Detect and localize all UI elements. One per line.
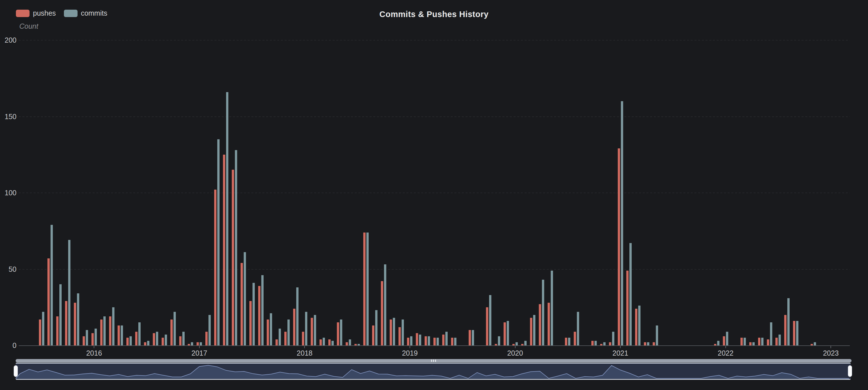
bar-pushes-2020-11[interactable] [600, 344, 602, 346]
datazoom-scrollbar[interactable] [16, 359, 851, 362]
legend-item-pushes[interactable]: pushes [16, 9, 56, 17]
bar-pushes-2018-11[interactable] [390, 320, 392, 346]
bar-commits-2016-11[interactable] [182, 332, 185, 346]
bar-pushes-2021-05[interactable] [653, 342, 655, 346]
bar-commits-2017-08[interactable] [261, 275, 264, 346]
bar-commits-2021-05[interactable] [656, 326, 658, 346]
bar-pushes-2018-07[interactable] [354, 344, 357, 346]
bar-pushes-2022-11[interactable] [811, 344, 813, 346]
bar-pushes-2015-10[interactable] [65, 301, 67, 346]
bar-commits-2019-06[interactable] [454, 338, 457, 346]
bar-commits-2020-04[interactable] [542, 280, 544, 346]
bar-commits-2016-09[interactable] [165, 335, 167, 346]
bar-commits-2019-11[interactable] [498, 336, 500, 346]
bar-commits-2019-02[interactable] [419, 335, 421, 346]
bar-commits-2022-09[interactable] [796, 321, 798, 346]
bar-pushes-2020-04[interactable] [539, 304, 541, 346]
bar-pushes-2022-03[interactable] [741, 338, 743, 346]
bar-commits-2016-06[interactable] [138, 322, 141, 346]
bar-pushes-2019-03[interactable] [425, 336, 427, 346]
bar-commits-2019-05[interactable] [445, 332, 447, 346]
bar-pushes-2018-03[interactable] [319, 339, 322, 346]
bar-pushes-2016-11[interactable] [179, 336, 182, 346]
bar-pushes-2015-12[interactable] [83, 336, 85, 346]
bar-pushes-2016-12[interactable] [188, 344, 190, 346]
bar-commits-2020-08[interactable] [577, 312, 579, 346]
bar-pushes-2020-12[interactable] [609, 342, 611, 346]
bar-pushes-2019-11[interactable] [495, 344, 497, 346]
bar-commits-2018-12[interactable] [402, 320, 404, 346]
bar-pushes-2016-03[interactable] [109, 317, 111, 346]
bar-commits-2022-01[interactable] [726, 332, 728, 346]
bar-pushes-2017-01[interactable] [196, 342, 199, 346]
bar-commits-2022-04[interactable] [752, 342, 755, 346]
bar-pushes-2022-08[interactable] [784, 315, 786, 346]
bar-commits-2015-07[interactable] [42, 312, 44, 346]
bar-pushes-2019-02[interactable] [416, 333, 418, 346]
bar-pushes-2020-03[interactable] [530, 318, 532, 346]
bar-commits-2018-10[interactable] [384, 264, 386, 346]
bar-commits-2016-08[interactable] [156, 332, 158, 346]
bar-pushes-2016-10[interactable] [170, 320, 173, 346]
bar-commits-2020-10[interactable] [594, 341, 597, 346]
bar-commits-2018-11[interactable] [393, 318, 395, 346]
bar-commits-2015-09[interactable] [59, 284, 62, 346]
bar-pushes-2017-12[interactable] [293, 309, 296, 346]
bar-commits-2020-02[interactable] [524, 341, 527, 346]
bar-pushes-2020-02[interactable] [521, 344, 524, 346]
bar-pushes-2018-01[interactable] [302, 332, 304, 346]
bar-pushes-2020-01[interactable] [513, 344, 515, 346]
bar-pushes-2016-05[interactable] [126, 338, 129, 346]
bar-commits-2022-05[interactable] [761, 338, 764, 346]
bar-pushes-2019-05[interactable] [442, 335, 444, 346]
bar-commits-2017-05[interactable] [235, 150, 237, 346]
datazoom-right-handle[interactable] [848, 365, 852, 377]
bar-pushes-2021-04[interactable] [644, 342, 646, 346]
bar-pushes-2015-07[interactable] [39, 320, 41, 346]
bar-pushes-2020-05[interactable] [548, 303, 550, 346]
bar-commits-2017-11[interactable] [287, 320, 290, 346]
bar-commits-2015-10[interactable] [68, 240, 70, 346]
bar-commits-2017-07[interactable] [252, 283, 255, 346]
bar-pushes-2017-06[interactable] [241, 263, 243, 346]
bar-commits-2020-07[interactable] [568, 338, 570, 346]
bar-pushes-2016-07[interactable] [144, 342, 146, 346]
bar-pushes-2016-01[interactable] [91, 333, 94, 346]
bar-pushes-2019-04[interactable] [433, 338, 436, 346]
bar-commits-2016-03[interactable] [112, 307, 115, 346]
bar-commits-2020-05[interactable] [551, 271, 553, 346]
legend-item-commits[interactable]: commits [64, 9, 107, 17]
bar-commits-2018-02[interactable] [314, 315, 316, 346]
bar-commits-2017-02[interactable] [209, 315, 211, 346]
bar-pushes-2017-10[interactable] [276, 339, 278, 346]
bar-pushes-2018-12[interactable] [399, 327, 401, 346]
bar-pushes-2015-08[interactable] [48, 259, 50, 346]
bar-pushes-2018-08[interactable] [363, 233, 366, 346]
bar-pushes-2017-11[interactable] [284, 332, 287, 346]
bar-commits-2019-08[interactable] [472, 330, 474, 346]
bar-pushes-2021-02[interactable] [626, 271, 628, 346]
bar-commits-2017-04[interactable] [226, 92, 228, 346]
bar-commits-2022-03[interactable] [744, 338, 746, 346]
bar-commits-2018-09[interactable] [375, 310, 377, 346]
bar-commits-2015-11[interactable] [77, 293, 79, 346]
bar-commits-2020-01[interactable] [516, 342, 518, 346]
bar-commits-2017-12[interactable] [296, 288, 299, 346]
bar-pushes-2016-09[interactable] [162, 338, 164, 346]
bar-commits-2018-06[interactable] [349, 339, 351, 346]
bar-commits-2016-01[interactable] [95, 329, 97, 346]
bar-commits-2022-08[interactable] [787, 298, 789, 346]
bar-commits-2019-04[interactable] [437, 338, 439, 346]
bar-pushes-2017-09[interactable] [267, 320, 269, 346]
bar-pushes-2016-02[interactable] [100, 320, 102, 346]
bar-pushes-2021-01[interactable] [618, 148, 620, 346]
bar-pushes-2019-01[interactable] [407, 338, 409, 346]
bar-pushes-2022-09[interactable] [793, 321, 795, 346]
bar-pushes-2016-06[interactable] [135, 332, 137, 346]
bar-commits-2015-08[interactable] [51, 225, 53, 346]
bar-commits-2020-12[interactable] [612, 332, 614, 346]
bar-pushes-2020-07[interactable] [565, 338, 567, 346]
bar-commits-2019-10[interactable] [489, 295, 491, 346]
bar-pushes-2017-02[interactable] [205, 332, 208, 346]
bar-commits-2021-12[interactable] [717, 341, 719, 346]
